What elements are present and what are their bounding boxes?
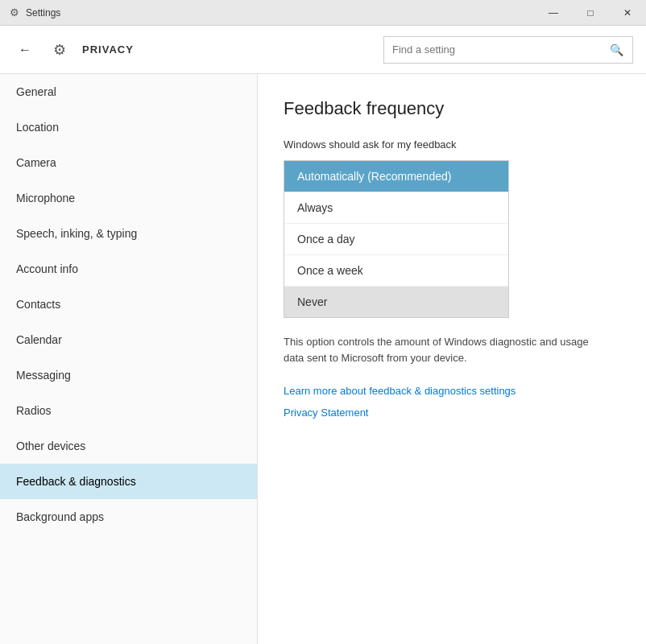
main-layout: General Location Camera Microphone Speec… xyxy=(0,74,646,644)
sidebar-item-location[interactable]: Location xyxy=(0,109,257,145)
search-icon-button[interactable]: 🔍 xyxy=(602,36,631,64)
sidebar-item-general[interactable]: General xyxy=(0,74,257,109)
dropdown-option-once-a-week[interactable]: Once a week xyxy=(284,255,508,287)
maximize-button[interactable]: □ xyxy=(572,0,609,26)
sidebar: General Location Camera Microphone Speec… xyxy=(0,74,258,644)
header-left: ← ⚙ PRIVACY xyxy=(13,37,134,63)
sidebar-item-background-apps[interactable]: Background apps xyxy=(0,499,257,535)
sidebar-item-calendar[interactable]: Calendar xyxy=(0,322,257,357)
content-area: Feedback frequency Windows should ask fo… xyxy=(258,74,646,644)
dropdown-option-never[interactable]: Never xyxy=(284,287,508,317)
title-bar-icon: ⚙ xyxy=(10,6,19,19)
sidebar-item-speech[interactable]: Speech, inking, & typing xyxy=(0,216,257,251)
sidebar-item-messaging[interactable]: Messaging xyxy=(0,357,257,393)
section-label: Windows should ask for my feedback xyxy=(284,138,620,151)
sidebar-item-contacts[interactable]: Contacts xyxy=(0,287,257,322)
dropdown-option-once-a-day[interactable]: Once a day xyxy=(284,224,508,255)
sidebar-item-other-devices[interactable]: Other devices xyxy=(0,428,257,464)
sidebar-item-feedback-diagnostics[interactable]: Feedback & diagnostics xyxy=(0,464,257,499)
sidebar-item-account-info[interactable]: Account info xyxy=(0,251,257,287)
sidebar-item-radios[interactable]: Radios xyxy=(0,393,257,428)
title-bar: ⚙ Settings — □ ✕ xyxy=(0,0,646,26)
dropdown-option-auto[interactable]: Automatically (Recommended) xyxy=(284,161,508,192)
sidebar-item-camera[interactable]: Camera xyxy=(0,145,257,180)
dropdown-option-always[interactable]: Always xyxy=(284,192,508,224)
settings-icon: ⚙ xyxy=(47,37,72,63)
search-box: 🔍 xyxy=(383,36,633,64)
title-bar-left: ⚙ Settings xyxy=(10,6,60,19)
privacy-statement-link[interactable]: Privacy Statement xyxy=(284,407,620,419)
sidebar-item-microphone[interactable]: Microphone xyxy=(0,180,257,216)
header-bar: ← ⚙ PRIVACY 🔍 xyxy=(0,26,646,74)
minimize-button[interactable]: — xyxy=(535,0,572,26)
title-bar-title: Settings xyxy=(26,7,60,19)
back-button[interactable]: ← xyxy=(13,38,37,62)
page-title: Feedback frequency xyxy=(284,98,620,119)
title-bar-controls: — □ ✕ xyxy=(535,0,646,26)
header-title: PRIVACY xyxy=(82,43,134,56)
search-input[interactable] xyxy=(384,43,602,56)
feedback-frequency-dropdown: Automatically (Recommended) Always Once … xyxy=(284,160,509,318)
learn-more-link[interactable]: Learn more about feedback & diagnostics … xyxy=(284,385,620,397)
close-button[interactable]: ✕ xyxy=(609,0,646,26)
description-text: This option controls the amount of Windo… xyxy=(284,334,606,365)
